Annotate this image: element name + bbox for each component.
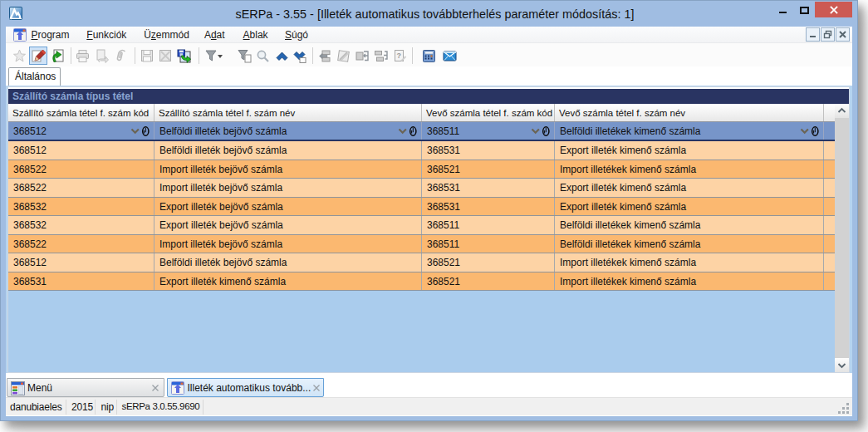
svg-text:?: ? [397,52,402,60]
